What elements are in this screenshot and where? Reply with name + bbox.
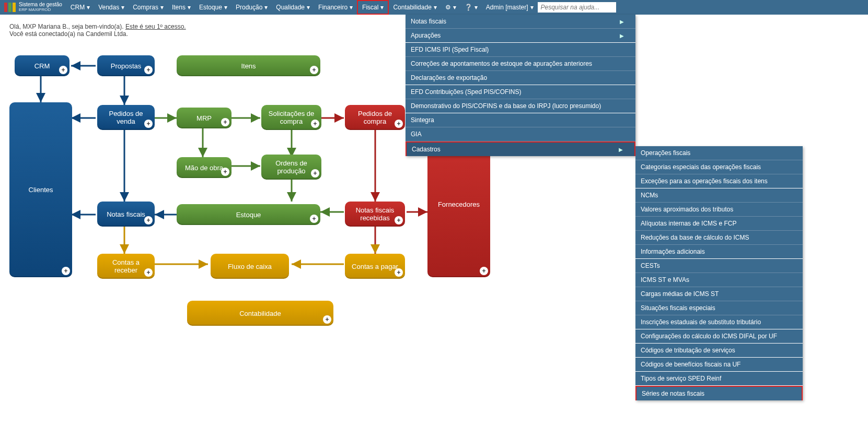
menu-help[interactable]: ❔▾: [460, 0, 482, 15]
caret-down-icon: ▾: [350, 4, 353, 11]
node-pedidos-compra[interactable]: Pedidos de compra+: [345, 105, 405, 130]
node-pedidos-venda[interactable]: Pedidos de venda+: [97, 105, 155, 130]
cad-operacoes-fiscais[interactable]: Operações fiscais: [635, 146, 803, 160]
plus-icon[interactable]: +: [144, 216, 153, 224]
caret-down-icon: ▾: [160, 4, 164, 11]
cadastros-dropdown: Operações fiscais Categorias especiais d…: [635, 146, 803, 342]
cad-situacoes-fiscais[interactable]: Situações fiscais especiais: [635, 301, 803, 315]
node-solicitacoes-compra[interactable]: Solicitações de compra+: [261, 105, 321, 130]
caret-down-icon: ▾: [307, 4, 310, 11]
cad-categorias-especiais[interactable]: Categorias especiais das operações fisca…: [635, 160, 803, 174]
main-menu: CRM▾ Vendas▾ Compras▾ Itens▾ Estoque▾ Pr…: [66, 0, 538, 15]
plus-icon[interactable]: +: [311, 169, 319, 178]
menu-estoque[interactable]: Estoque▾: [195, 0, 232, 15]
gear-icon: ⚙: [445, 4, 451, 11]
caret-down-icon: ▾: [224, 4, 227, 11]
plus-icon[interactable]: +: [323, 315, 331, 324]
help-search-input[interactable]: [538, 2, 616, 13]
menu-itens[interactable]: Itens▾: [168, 0, 195, 15]
plus-icon[interactable]: +: [310, 66, 318, 74]
chevron-right-icon: ▶: [619, 147, 623, 152]
menu-crm[interactable]: CRM▾: [66, 0, 94, 15]
node-estoque[interactable]: Estoque+: [177, 204, 320, 225]
caret-down-icon: ▾: [87, 4, 90, 11]
caret-down-icon: ▾: [121, 4, 124, 11]
logo-icon: [4, 3, 16, 12]
node-contabilidade[interactable]: Contabilidade+: [187, 301, 333, 326]
fiscal-menu-efd-icms[interactable]: EFD ICMS IPI (Sped Fiscal): [406, 43, 635, 57]
caret-down-icon: ▾: [434, 4, 437, 11]
plus-icon[interactable]: +: [310, 215, 318, 223]
menu-contabilidade[interactable]: Contabilidade▾: [389, 0, 441, 15]
logo[interactable]: Sistema de gestão ERP MAXIPROD: [0, 2, 66, 13]
plus-icon[interactable]: +: [62, 267, 70, 275]
top-navbar: Sistema de gestão ERP MAXIPROD CRM▾ Vend…: [0, 0, 868, 15]
help-icon: ❔: [465, 4, 472, 11]
cad-ncms[interactable]: NCMs: [635, 188, 803, 203]
caret-down-icon: ▾: [474, 4, 478, 11]
cad-cests[interactable]: CESTs: [635, 259, 803, 273]
caret-down-icon: ▾: [188, 4, 191, 11]
caret-down-icon: ▾: [453, 4, 456, 11]
fiscal-menu-declaracoes[interactable]: Declarações de exportação: [406, 71, 635, 85]
chevron-right-icon: ▶: [620, 19, 624, 25]
cad-info-adicionais[interactable]: Informações adicionais: [635, 245, 803, 259]
menu-vendas[interactable]: Vendas▾: [94, 0, 129, 15]
plus-icon[interactable]: +: [144, 66, 153, 74]
plus-icon[interactable]: +: [395, 216, 403, 224]
menu-qualidade[interactable]: Qualidade▾: [272, 0, 314, 15]
chevron-right-icon: ▶: [620, 33, 624, 39]
cad-aliquotas[interactable]: Alíquotas internas de ICMS e FCP: [635, 217, 803, 231]
cad-reducoes[interactable]: Reduções da base de cálculo do ICMS: [635, 231, 803, 245]
fiscal-menu-apuracoes[interactable]: Apurações▶: [406, 29, 635, 43]
plus-icon[interactable]: +: [480, 267, 488, 275]
fiscal-menu-notas-fiscais[interactable]: Notas fiscais▶: [406, 15, 635, 29]
plus-icon[interactable]: +: [395, 120, 403, 128]
node-nf-recebidas[interactable]: Notas fiscais recebidas+: [345, 202, 405, 227]
node-mao-obra[interactable]: Mão de obra+: [177, 157, 232, 178]
caret-down-icon: ▾: [264, 4, 268, 11]
menu-financeiro[interactable]: Financeiro▾: [314, 0, 357, 15]
fiscal-dropdown: Notas fiscais▶ Apurações▶ EFD ICMS IPI (…: [406, 15, 635, 156]
plus-icon[interactable]: +: [144, 268, 153, 277]
node-mrp[interactable]: MRP+: [177, 108, 232, 128]
node-propostas[interactable]: Propostas+: [97, 55, 155, 76]
plus-icon[interactable]: +: [144, 120, 153, 128]
menu-fiscal[interactable]: Fiscal▾: [357, 0, 389, 15]
logo-text: Sistema de gestão ERP MAXIPROD: [19, 2, 62, 13]
menu-producao[interactable]: Produção▾: [232, 0, 272, 15]
fiscal-menu-efd-contrib[interactable]: EFD Contribuições (Sped PIS/COFINS): [406, 85, 635, 99]
plus-icon[interactable]: +: [395, 268, 403, 277]
plus-icon[interactable]: +: [221, 168, 229, 176]
node-crm[interactable]: CRM+: [15, 55, 70, 76]
node-fluxo-caixa[interactable]: Fluxo de caixa: [211, 254, 289, 279]
first-access-link[interactable]: Este é seu 1º acesso.: [125, 23, 186, 30]
fiscal-menu-gia[interactable]: GIA: [406, 127, 635, 141]
menu-admin[interactable]: Admin [master]▾: [482, 0, 538, 15]
cad-config-difal[interactable]: Configurações do cálculo do ICMS DIFAL p…: [635, 329, 803, 342]
fiscal-menu-cadastros[interactable]: Cadastros▶: [406, 141, 635, 156]
logo-line2: ERP MAXIPROD: [19, 7, 62, 13]
node-ordens-producao[interactable]: Ordens de produção+: [261, 155, 321, 180]
cad-valores-tributos[interactable]: Valores aproximados dos tributos: [635, 203, 803, 217]
menu-compras[interactable]: Compras▾: [129, 0, 168, 15]
fiscal-menu-sintegra[interactable]: Sintegra: [406, 113, 635, 127]
caret-down-icon: ▾: [530, 4, 534, 11]
logo-line1: Sistema de gestão: [19, 2, 62, 7]
cad-excecoes[interactable]: Exceções para as operações fiscais dos i…: [635, 174, 803, 188]
cad-cargas-medias[interactable]: Cargas médias de ICMS ST: [635, 287, 803, 301]
fiscal-menu-correcoes[interactable]: Correções de apontamentos de estoque de …: [406, 57, 635, 71]
node-itens[interactable]: Itens+: [177, 55, 320, 76]
plus-icon[interactable]: +: [59, 66, 67, 74]
caret-down-icon: ▾: [380, 4, 384, 11]
fiscal-menu-demonstrativo[interactable]: Demonstrativo do PIS/COFINS e da base do…: [406, 99, 635, 113]
node-contas-receber[interactable]: Contas a receber+: [97, 254, 155, 279]
node-clientes[interactable]: Clientes+: [9, 102, 72, 277]
plus-icon[interactable]: +: [221, 118, 229, 126]
cad-inscricoes-estaduais[interactable]: Inscrições estaduais de substituto tribu…: [635, 315, 803, 329]
plus-icon[interactable]: +: [311, 120, 319, 128]
cad-icms-st-mvas[interactable]: ICMS ST e MVAs: [635, 273, 803, 287]
node-contas-pagar[interactable]: Contas a pagar+: [345, 254, 405, 279]
menu-settings[interactable]: ⚙▾: [441, 0, 460, 15]
node-notas-fiscais[interactable]: Notas fiscais+: [97, 202, 155, 227]
